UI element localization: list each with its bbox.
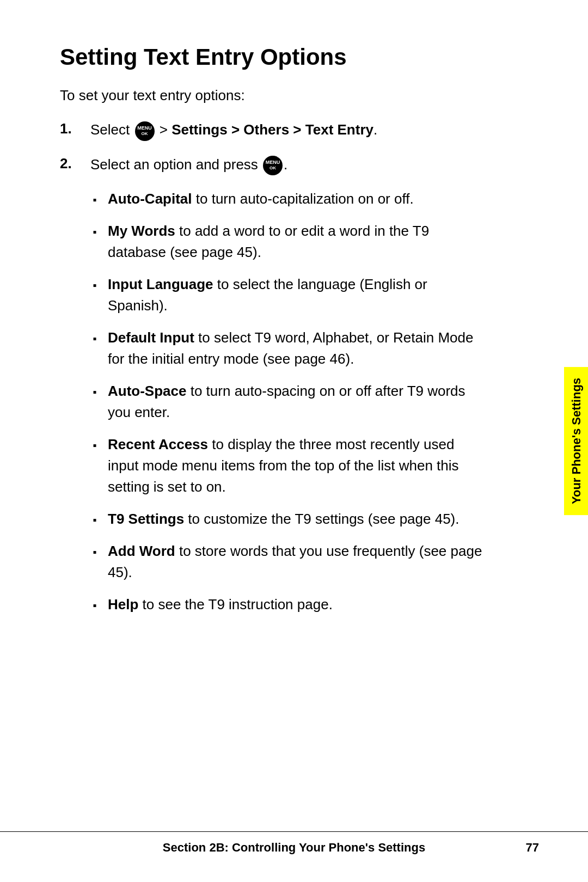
bullet-marker-9 [90,597,99,614]
bullet-marker-1 [90,192,99,208]
bullet-recent-access: Recent Access to display the three most … [90,434,485,498]
bullet-text-help: Help to see the T9 instruction page. [108,594,485,615]
bullet-list: Auto-Capital to turn auto-capitalization… [90,188,485,615]
bullet-marker-8 [90,544,99,560]
bullet-add-word: Add Word to store words that you use fre… [90,541,485,583]
bullet-marker-6 [90,437,99,454]
page-content: Setting Text Entry Options To set your t… [0,0,534,670]
step-2-number: 2. [60,155,87,172]
bullet-auto-capital: Auto-Capital to turn auto-capitalization… [90,188,485,210]
footer-section-text: Section 2B: Controlling Your Phone's Set… [163,841,425,855]
step-2: 2. Select an option and press MENU OK . [60,154,485,175]
bullet-t9-settings: T9 Settings to customize the T9 settings… [90,509,485,530]
bullet-text-my-words: My Words to add a word to or edit a word… [108,220,485,263]
bullet-auto-space: Auto-Space to turn auto-spacing on or of… [90,381,485,423]
bullet-text-auto-capital: Auto-Capital to turn auto-capitalization… [108,188,485,210]
page-title: Setting Text Entry Options [60,44,485,71]
intro-text: To set your text entry options: [60,87,485,104]
bullet-text-recent-access: Recent Access to display the three most … [108,434,485,498]
bullet-text-default-input: Default Input to select T9 word, Alphabe… [108,327,485,370]
bullet-marker-2 [90,224,99,240]
step-2-text: Select an option and press MENU OK . [90,154,287,175]
bullet-text-auto-space: Auto-Space to turn auto-spacing on or of… [108,381,485,423]
bullet-text-add-word: Add Word to store words that you use fre… [108,541,485,583]
footer-page-number: 77 [526,841,539,855]
bullet-marker-7 [90,512,99,528]
bullet-text-input-language: Input Language to select the language (E… [108,274,485,316]
bullet-help: Help to see the T9 instruction page. [90,594,485,615]
bullet-input-language: Input Language to select the language (E… [90,274,485,316]
bullet-marker-3 [90,277,99,293]
page-footer: Section 2B: Controlling Your Phone's Set… [0,831,588,855]
bullet-my-words: My Words to add a word to or edit a word… [90,220,485,263]
step-1: 1. Select MENU OK > Settings > Others > … [60,119,485,140]
bullet-marker-5 [90,384,99,400]
bullet-marker-4 [90,330,99,347]
bullet-default-input: Default Input to select T9 word, Alphabe… [90,327,485,370]
side-tab: Your Phone's Settings [564,367,588,515]
menu-icon-2: MENU OK [263,156,283,175]
step-1-number: 1. [60,120,87,137]
menu-icon-1: MENU OK [135,121,155,141]
bullet-text-t9-settings: T9 Settings to customize the T9 settings… [108,509,485,530]
step-1-text: Select MENU OK > Settings > Others > Tex… [90,119,377,140]
